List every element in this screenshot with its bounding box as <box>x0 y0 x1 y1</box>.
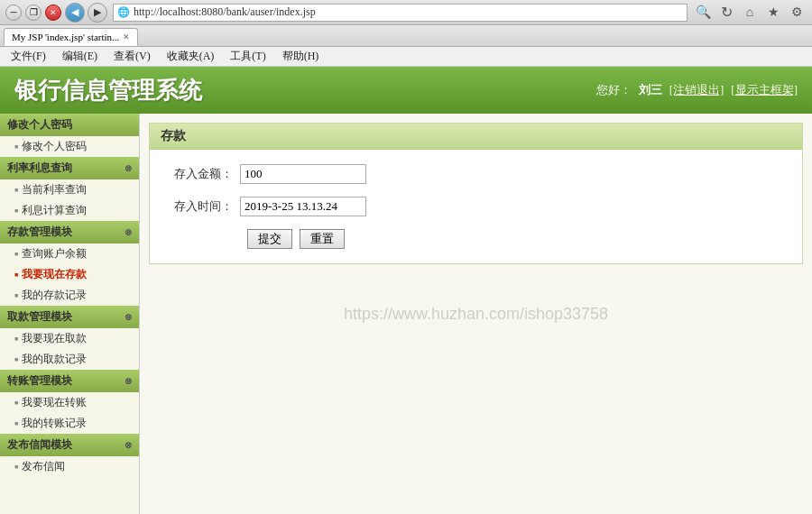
sidebar-section-news[interactable]: 发布信闻模块 ⊗ <box>0 434 139 456</box>
sidebar-section-interest[interactable]: 利率利息查询 ⊗ <box>0 157 139 179</box>
main-layout: 修改个人密码 修改个人密码 利率利息查询 ⊗ 当前利率查询 利息计算查询 存款管… <box>0 114 812 514</box>
menu-help[interactable]: 帮助(H) <box>275 47 327 66</box>
logout-link[interactable]: [注销退出] <box>669 82 724 98</box>
greeting-text: 您好： <box>596 82 632 98</box>
menu-bar: 文件(F) 编辑(E) 查看(V) 收藏夹(A) 工具(T) 帮助(H) <box>0 47 812 67</box>
deposit-time-input[interactable] <box>240 197 366 216</box>
show-main-link[interactable]: [显示主框架] <box>731 82 798 98</box>
sidebar-section-deposit-label: 存款管理模块 <box>7 225 72 240</box>
window-controls: ─ ❐ ✕ <box>5 5 61 21</box>
restore-button[interactable]: ❐ <box>25 5 42 21</box>
submit-button[interactable]: 提交 <box>247 229 292 249</box>
deposit-form-section: 存款 存入金额： 存入时间： 提交 重置 <box>149 123 803 264</box>
address-icon: 🌐 <box>117 6 130 18</box>
user-info: 您好： 刘三 [注销退出] [显示主框架] <box>596 82 798 98</box>
sidebar-item-deposit-records[interactable]: 我的存款记录 <box>0 285 139 306</box>
address-text: http://localhost:8080/bank/auser/index.j… <box>134 5 316 19</box>
sidebar-item-transfer-records[interactable]: 我的转账记录 <box>0 413 139 434</box>
app-title: 银行信息管理系统 <box>14 75 596 106</box>
settings-button[interactable]: ⚙ <box>787 3 807 23</box>
address-bar[interactable]: 🌐 http://localhost:8080/bank/auser/index… <box>113 4 687 22</box>
form-body: 存入金额： 存入时间： 提交 重置 <box>150 150 802 263</box>
sidebar-section-withdraw-icon: ⊗ <box>125 312 132 322</box>
star-button[interactable]: ★ <box>763 3 783 23</box>
sidebar-section-withdraw-label: 取款管理模块 <box>7 309 72 325</box>
browser-titlebar: ─ ❐ ✕ ◀ ▶ 🌐 http://localhost:8080/bank/a… <box>0 0 812 25</box>
sidebar-section-news-label: 发布信闻模块 <box>7 437 72 453</box>
sidebar-section-transfer-icon: ⊗ <box>125 376 132 386</box>
menu-view[interactable]: 查看(V) <box>106 47 158 66</box>
deposit-amount-label: 存入金额： <box>168 166 240 182</box>
active-tab[interactable]: My JSP 'index.jsp' startin... ✕ <box>4 28 138 46</box>
username-text: 刘三 <box>639 82 662 98</box>
sidebar-item-current-rate[interactable]: 当前利率查询 <box>0 179 139 200</box>
reload-button[interactable]: ↻ <box>716 3 736 23</box>
deposit-amount-input[interactable] <box>240 164 366 184</box>
search-button[interactable]: 🔍 <box>693 3 713 23</box>
sidebar-item-transfer-now[interactable]: 我要现在转账 <box>0 392 139 413</box>
sidebar-section-news-icon: ⊗ <box>125 440 132 450</box>
tab-bar: My JSP 'index.jsp' startin... ✕ <box>0 25 812 47</box>
forward-button[interactable]: ▶ <box>88 3 107 23</box>
sidebar: 修改个人密码 修改个人密码 利率利息查询 ⊗ 当前利率查询 利息计算查询 存款管… <box>0 114 140 514</box>
sidebar-section-interest-label: 利率利息查询 <box>7 161 72 176</box>
app-header: 银行信息管理系统 您好： 刘三 [注销退出] [显示主框架] <box>0 67 812 114</box>
sidebar-section-interest-icon: ⊗ <box>125 163 132 173</box>
content-area: https://www.huzhan.com/ishop33758 存款 存入金… <box>140 114 812 514</box>
sidebar-item-deposit-now[interactable]: 我要现在存款 <box>0 264 139 285</box>
sidebar-section-deposit-icon: ⊗ <box>125 227 132 237</box>
back-button[interactable]: ◀ <box>65 3 85 23</box>
menu-favorites[interactable]: 收藏夹(A) <box>160 47 222 66</box>
sidebar-section-transfer[interactable]: 转账管理模块 ⊗ <box>0 370 139 392</box>
sidebar-section-withdraw[interactable]: 取款管理模块 ⊗ <box>0 306 139 328</box>
sidebar-section-password-label: 修改个人密码 <box>7 117 72 133</box>
minimize-button[interactable]: ─ <box>5 5 22 21</box>
tab-close-button[interactable]: ✕ <box>123 32 130 41</box>
sidebar-item-interest-calc[interactable]: 利息计算查询 <box>0 200 139 221</box>
menu-edit[interactable]: 编辑(E) <box>55 47 105 66</box>
close-button[interactable]: ✕ <box>45 5 61 21</box>
tab-title: My JSP 'index.jsp' startin... <box>12 32 119 42</box>
sidebar-item-publish-news[interactable]: 发布信闻 <box>0 456 139 477</box>
deposit-amount-row: 存入金额： <box>168 164 784 184</box>
form-section-title: 存款 <box>150 124 802 150</box>
sidebar-item-withdraw-records[interactable]: 我的取款记录 <box>0 349 139 370</box>
sidebar-item-change-password[interactable]: 修改个人密码 <box>0 136 139 157</box>
sidebar-item-withdraw-now[interactable]: 我要现在取款 <box>0 328 139 349</box>
sidebar-section-password[interactable]: 修改个人密码 <box>0 114 139 136</box>
sidebar-section-transfer-label: 转账管理模块 <box>7 373 72 389</box>
deposit-time-label: 存入时间： <box>168 198 240 215</box>
sidebar-section-deposit[interactable]: 存款管理模块 ⊗ <box>0 221 139 243</box>
home-button[interactable]: ⌂ <box>740 3 760 23</box>
menu-tools[interactable]: 工具(T) <box>223 47 272 66</box>
browser-action-buttons: 🔍 ↻ ⌂ ★ ⚙ <box>693 3 807 23</box>
form-buttons: 提交 重置 <box>247 229 784 249</box>
watermark: https://www.huzhan.com/ishop33758 <box>344 305 608 324</box>
nav-buttons: ◀ ▶ <box>65 3 107 23</box>
deposit-time-row: 存入时间： <box>168 197 784 216</box>
sidebar-item-check-balance[interactable]: 查询账户余额 <box>0 243 139 264</box>
reset-button[interactable]: 重置 <box>300 229 345 249</box>
menu-file[interactable]: 文件(F) <box>4 47 53 66</box>
